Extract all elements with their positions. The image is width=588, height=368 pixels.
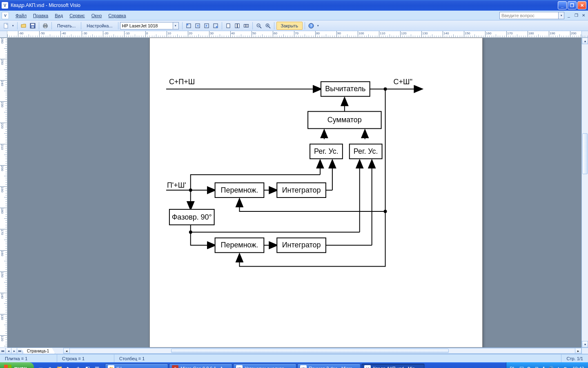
sheet-tabs-row: ⏮ ◂ ▸ ⏭ Страница-1 ◂ ▸: [0, 348, 588, 354]
task-microcap[interactable]: 9Micro-Cap 9.0.6.1 - A...: [169, 364, 232, 368]
ql-show-desktop-icon[interactable]: ▭: [36, 364, 45, 368]
help-button[interactable]: ?: [307, 22, 315, 30]
tray-clock[interactable]: 18:43: [572, 366, 584, 368]
current-view-button[interactable]: [242, 22, 250, 30]
help-icon: ?: [308, 23, 314, 29]
lang-indicator[interactable]: RL: [510, 366, 515, 368]
menu-file[interactable]: Файл: [12, 12, 30, 19]
toolbar-options-icon[interactable]: ▾: [316, 22, 320, 30]
last-tile-icon: [213, 23, 218, 29]
block-summator: Сумматор: [327, 116, 362, 124]
new-button[interactable]: [2, 22, 10, 30]
task-doc2[interactable]: WПример 2.doc - Micro...: [297, 364, 361, 368]
tray-icon-3[interactable]: 🖥: [533, 366, 539, 368]
app-menu-icon[interactable]: V: [2, 12, 9, 19]
zoom-in-icon: [265, 23, 271, 29]
page[interactable]: С+П+Ш Вычитатель С+Ш'' Сумматор Рег. Ус.…: [149, 38, 483, 348]
windows-logo-icon: [4, 365, 11, 368]
status-bar: Плитка = 1 Строка = 1 Столбец = 1 Стр. 1…: [0, 354, 588, 362]
first-tile-button[interactable]: [185, 22, 193, 30]
maximize-button[interactable]: ❐: [568, 1, 577, 9]
close-preview-button[interactable]: Закрыть: [276, 22, 303, 30]
svg-rect-13: [227, 24, 230, 28]
vertical-ruler: 2602502402302202102001901801701601501401…: [0, 38, 7, 348]
tab-prev-icon[interactable]: ◂: [6, 348, 11, 354]
print-button[interactable]: [41, 22, 49, 30]
hscroll-thumb[interactable]: [171, 349, 449, 353]
minimize-button[interactable]: _: [558, 1, 567, 9]
menu-tools[interactable]: Сервис: [66, 12, 88, 19]
doc-minimize-button[interactable]: _: [566, 13, 572, 18]
status-row: Строка = 1: [57, 355, 114, 362]
status-page: Стр. 1/1: [561, 355, 588, 362]
visio-icon: V: [364, 365, 371, 368]
printer-dropdown-icon[interactable]: ▾: [173, 22, 179, 29]
ql-app3-icon[interactable]: ▣: [93, 364, 101, 368]
status-col: Столбец = 1: [114, 355, 172, 362]
scroll-right-icon[interactable]: ▸: [575, 348, 581, 354]
microcap-icon: 9: [172, 365, 178, 368]
ql-explorer-icon[interactable]: 📁: [55, 364, 63, 368]
tab-next-icon[interactable]: ▸: [11, 348, 17, 354]
svg-rect-2: [31, 24, 34, 25]
print-label-button[interactable]: Печать...: [54, 22, 79, 30]
prev-tile-icon: [195, 23, 200, 29]
tray-volume-icon[interactable]: 🔊: [548, 366, 554, 368]
ql-app2-icon[interactable]: ◧: [83, 364, 91, 368]
zoom-in-button[interactable]: [264, 22, 272, 30]
doc-restore-button[interactable]: ❐: [573, 13, 579, 18]
save-button[interactable]: [29, 22, 37, 30]
sheet-tab-1[interactable]: Страница-1: [21, 348, 55, 354]
menu-edit[interactable]: Правка: [30, 12, 51, 19]
start-button[interactable]: пуск: [0, 362, 34, 368]
task-visio[interactable]: VКвадр.АКП.vsd - Mic...: [361, 364, 425, 368]
next-tile-button[interactable]: [203, 22, 211, 30]
tray-icon-6[interactable]: ✦: [555, 366, 561, 368]
ql-ie-icon[interactable]: e: [46, 364, 54, 368]
tray-icon-1[interactable]: 🛡: [519, 366, 524, 368]
tray-icon-4[interactable]: 🖧: [541, 366, 546, 368]
new-dropdown-icon[interactable]: ▾: [11, 22, 15, 30]
block-multiplier-2: Перемнож.: [221, 241, 258, 249]
single-tile-button[interactable]: [224, 22, 232, 30]
block-phase90: Фазовр. 90°: [172, 213, 212, 221]
task-doc1[interactable]: WУстановки анализа ...: [233, 364, 296, 368]
doc-close-button[interactable]: ✕: [581, 13, 586, 18]
vscroll-track[interactable]: [582, 44, 588, 341]
horizontal-scrollbar[interactable]: ◂ ▸: [63, 348, 581, 354]
vertical-scrollbar[interactable]: ▴ ▾: [581, 38, 588, 348]
block-regamp-1: Рег. Ус.: [314, 147, 339, 155]
open-button[interactable]: [20, 22, 28, 30]
menu-view[interactable]: Вид: [51, 12, 66, 19]
zoom-out-button[interactable]: [255, 22, 263, 30]
canvas-area[interactable]: С+П+Ш Вычитатель С+Ш'' Сумматор Рег. Ус.…: [7, 38, 588, 348]
ask-dropdown-icon[interactable]: ▾: [559, 12, 564, 19]
vscroll-thumb[interactable]: [582, 133, 588, 174]
ql-app1-icon[interactable]: ★: [74, 364, 82, 368]
prev-tile-button[interactable]: [194, 22, 202, 30]
scroll-up-icon[interactable]: ▴: [582, 38, 588, 44]
tray-icon-2[interactable]: ⚙: [526, 366, 532, 368]
ql-media-icon[interactable]: ▶: [65, 364, 73, 368]
last-tile-button[interactable]: [212, 22, 220, 30]
diagram: С+П+Ш Вычитатель С+Ш'' Сумматор Рег. Ус.…: [150, 38, 482, 341]
printer-select[interactable]: HP LaserJet 1018: [120, 22, 173, 29]
hscroll-track[interactable]: [70, 348, 575, 354]
scroll-down-icon[interactable]: ▾: [582, 341, 588, 348]
tray-icon-7[interactable]: ◐: [563, 366, 568, 368]
svg-rect-16: [244, 24, 245, 27]
menu-help[interactable]: Справка: [105, 12, 129, 19]
label-output-top: С+Ш'': [394, 78, 413, 86]
task-explorer[interactable]: 📁K:\: [105, 364, 168, 368]
ask-question-box[interactable]: Введите вопрос: [499, 12, 559, 19]
tab-first-icon[interactable]: ⏮: [0, 348, 6, 354]
zoom-out-icon: [256, 23, 262, 29]
svg-rect-3: [31, 26, 34, 28]
visio-icon: V: [2, 2, 8, 9]
setup-button[interactable]: Настройка...: [83, 22, 116, 30]
close-button[interactable]: ✕: [577, 1, 586, 9]
svg-rect-14: [235, 24, 237, 28]
whole-page-button[interactable]: [233, 22, 241, 30]
scroll-left-icon[interactable]: ◂: [63, 348, 70, 354]
menu-window[interactable]: Окно: [88, 12, 105, 19]
